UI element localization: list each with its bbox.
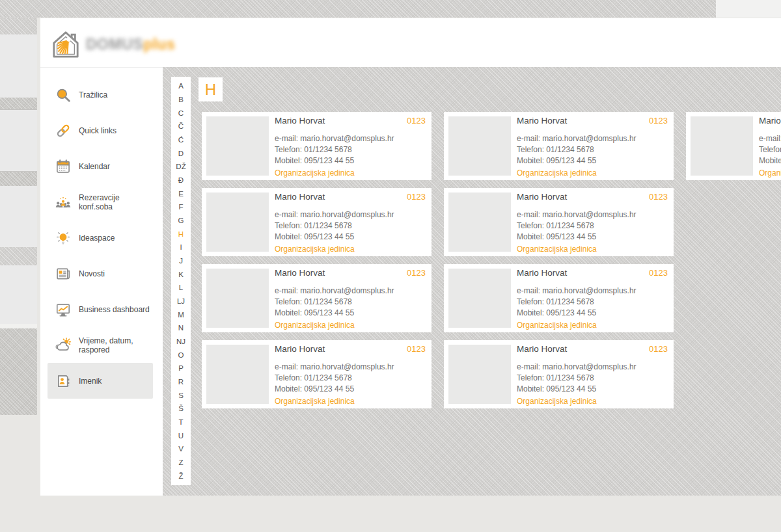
alphabet-letter[interactable]: E [171,187,191,200]
contact-number: 0123 [407,268,426,278]
contact-card[interactable]: Mario Horvat 0123 e-mail: mario.horvat@d… [202,264,432,332]
alphabet-letter[interactable]: S [171,388,191,402]
background-block [0,247,37,265]
org-unit-link[interactable]: Organizacijska jedinica [517,397,597,406]
alphabet-letter[interactable]: T [171,416,191,429]
contact-name: Mario Horvat [759,116,781,126]
contact-card[interactable]: Mario Horvat 0123 e-mail: mario.horvat@d… [202,340,432,408]
contact-details: e-mail: mario.horvat@domsplus.hr Telefon… [517,209,670,243]
alphabet-letter[interactable]: Đ [171,174,191,187]
org-unit-link[interactable]: Organizacijska jedinica [517,245,597,254]
contact-name: Mario Horvat [275,344,325,354]
alphabet-letter[interactable]: N [171,321,191,335]
contact-mobile: Mobitel: 095/123 44 55 [275,384,428,395]
sidebar-item[interactable]: Novosti [48,256,153,291]
contact-email: e-mail: mario.horvat@domsplus.hr [275,362,428,373]
contact-phone: Telefon: 01/1234 5678 [759,144,781,155]
links-icon [55,122,72,139]
alphabet-letter[interactable]: M [171,308,191,321]
alphabet-letter[interactable]: I [171,241,191,254]
contact-photo-placeholder [448,269,511,328]
contact-number: 0123 [649,344,668,354]
icon-glyph [57,124,69,137]
contact-details: e-mail: mario.horvat@domsplus.hr Telefon… [517,286,670,319]
contact-card[interactable]: Mario Horvat 0123 e-mail: mario.horvat@d… [202,112,432,180]
contact-mobile: Mobitel: 095/123 44 55 [275,308,428,319]
sidebar-item[interactable]: Imenik [48,363,153,399]
background-top-corner [716,0,781,18]
app-window: DOMUSplus Tražilica Quick links Kalendar… [40,18,781,496]
alphabet-letter[interactable]: NJ [171,335,191,349]
contact-card-header: Mario Horvat 0123 [517,268,668,278]
icon-glyph [56,338,70,349]
contact-card[interactable]: Mario Horvat 0123 e-mail: mario.horvat@d… [444,264,674,332]
section-letter: H [205,81,216,99]
org-unit-link[interactable]: Organizacijska jedinica [759,168,781,178]
alphabet-letter[interactable]: Z [171,456,191,470]
sidebar-item[interactable]: Ideaspace [48,220,153,256]
background-block [0,415,37,532]
alphabet-letter[interactable]: V [171,442,191,456]
icon-glyph [57,160,69,172]
contact-mobile: Mobitel: 095/123 44 55 [275,155,428,166]
alphabet-letter[interactable]: U [171,429,191,442]
alphabet-letter[interactable]: DŽ [171,160,191,174]
contact-card[interactable]: Mario Horvat 0123 e-mail: mario.horvat@d… [444,112,674,180]
sidebar-item[interactable]: Quick links [48,113,153,148]
contact-card[interactable]: Mario Horvat 0123 e-mail: mario.horvat@d… [444,340,674,408]
alphabet-letter[interactable]: Ž [171,469,191,483]
contact-phone: Telefon: 01/1234 5678 [275,373,428,384]
icon-glyph [58,89,70,101]
contact-email: e-mail: mario.horvat@domsplus.hr [517,209,670,220]
alphabet-letter[interactable]: F [171,200,191,214]
contact-card-header: Mario Horvat 0123 [517,116,668,126]
contact-mobile: Mobitel: 095/123 44 55 [517,155,670,166]
alphabet-letter[interactable]: Č [171,120,191,133]
alphabet-letter[interactable]: D [171,146,191,160]
sidebar-item-label: Tražilica [79,90,107,100]
sidebar-item[interactable]: Rezeravcije konf.soba [48,184,153,220]
contact-name: Mario Horvat [517,116,567,126]
alphabet-letter[interactable]: G [171,214,191,228]
contact-photo-placeholder [206,193,269,252]
org-unit-link[interactable]: Organizacijska jedinica [517,168,597,178]
sidebar-item[interactable]: Vrijeme, datum, raspored [48,327,153,363]
alphabet-letter[interactable]: LJ [171,295,191,308]
org-unit-link[interactable]: Organizacijska jedinica [275,168,355,178]
sidebar-item[interactable]: Kalendar [48,148,153,184]
contact-name: Mario Horvat [275,268,325,278]
sidebar-item[interactable]: Business dashboard [48,291,153,327]
contact-photo-placeholder [691,116,753,176]
alphabet-letter[interactable]: P [171,362,191,375]
alphabet-letter[interactable]: J [171,254,191,268]
contact-mobile: Mobitel: 095/123 44 55 [275,232,428,243]
alphabet-letter[interactable]: Š [171,402,191,416]
alphabet-letter[interactable]: H [171,227,191,241]
contact-name: Mario Horvat [517,192,567,202]
contact-card[interactable]: Mario Horvat 0123 e-mail: mario.horvat@d… [444,188,674,256]
alphabet-letter[interactable]: Ć [171,133,191,147]
org-unit-link[interactable]: Organizacijska jedinica [517,321,597,330]
sidebar-item-label: Kalendar [79,162,110,171]
contact-card-header: Mario Horvat 0123 [275,192,426,202]
contact-card[interactable]: Mario Horvat 0123 e-mail: mario.horvat@d… [202,188,432,256]
alphabet-letter[interactable]: K [171,267,191,281]
org-unit-link[interactable]: Organizacijska jedinica [275,321,355,330]
alphabet-letter[interactable]: L [171,281,191,295]
contact-card[interactable]: Mario Horvat 0123 e-mail: mario.horvat@d… [686,112,781,180]
alphabet-letter[interactable]: C [171,106,191,120]
alphabet-letter[interactable]: O [171,348,191,362]
contact-mobile: Mobitel: 095/123 44 55 [517,384,670,395]
weather-icon [55,337,72,354]
org-unit-link[interactable]: Organizacijska jedinica [275,397,355,406]
alphabet-letter[interactable]: R [171,375,191,389]
alphabet-letter[interactable]: A [171,79,191,93]
org-unit-link[interactable]: Organizacijska jedinica [275,245,355,254]
brand-name: DOMUSplus [86,36,175,53]
alphabet-letter[interactable]: B [171,93,191,107]
contact-cards-grid: Mario Horvat 0123 e-mail: mario.horvat@d… [202,112,674,408]
sidebar-item[interactable]: Tražilica [48,77,153,113]
contact-photo-placeholder [448,345,511,404]
contact-phone: Telefon: 01/1234 5678 [517,144,670,155]
contact-mobile: Mobitel: 095/123 44 55 [517,232,670,243]
